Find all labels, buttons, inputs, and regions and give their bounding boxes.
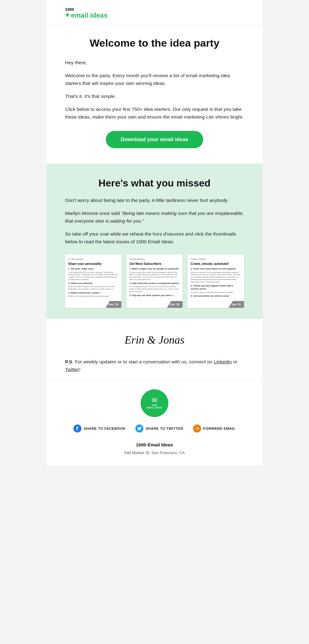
footer-logo-circle: ✉ 1000EMAIL IDEAS	[141, 389, 168, 417]
twitter-link[interactable]: Twitter	[65, 367, 79, 372]
social-share-row: SHARE TO FACEBOOK SHARE TO TWITTER FORWA…	[65, 424, 244, 433]
signature-section: Erin & Jonas P.S. For weekly updates or …	[47, 319, 262, 380]
signature-text: Erin & Jonas	[65, 331, 244, 349]
main-title: Welcome to the idea party	[65, 37, 244, 49]
forward-icon	[193, 424, 201, 433]
missed-section: Here's what you missed Don't worry about…	[47, 164, 262, 319]
email-wrapper: 1000 ✳ email ideas Welcome to the idea p…	[47, 0, 262, 466]
ps-text: P.S. For weekly updates or to start a co…	[65, 358, 244, 374]
thumb3-heading: Create, elevate, automate!	[191, 262, 241, 266]
logo-star: ✳	[65, 12, 70, 19]
request-text: Click below to access your first 750+ id…	[65, 105, 244, 121]
missed-title: Here's what you missed	[65, 177, 244, 189]
facebook-icon	[73, 424, 81, 433]
thumb2-badge: 35 Idea Starters	[130, 257, 180, 261]
thumb2-heading: Get More Subscribers	[130, 262, 180, 266]
missed-text1: Don't worry about being late to the part…	[65, 196, 244, 204]
missed-text2: Marilyn Monroe once said "Being late mea…	[65, 209, 244, 225]
linkedin-link[interactable]: LinkedIn	[214, 359, 232, 364]
logo-bottom-text: ✳ email ideas	[65, 12, 244, 19]
thumb1-heading: Share your personality	[68, 262, 118, 266]
forward-email[interactable]: FORWARD EMAIL	[193, 424, 236, 433]
facebook-label: SHARE TO FACEBOOK	[84, 426, 126, 431]
footer-address: 548 Market St, San Francisco, CA	[65, 450, 244, 456]
twitter-label: SHARE TO TWITTER	[146, 426, 183, 431]
thumbnail-jan23[interactable]: 13 Idea Starters Create, elevate, automa…	[187, 254, 244, 308]
main-content: Welcome to the idea party Hey there, Wel…	[47, 24, 262, 163]
thumb1-badge: 17 Idea Starters	[68, 257, 118, 261]
share-twitter[interactable]: SHARE TO TWITTER	[135, 424, 183, 433]
cta-wrapper: Download your email ideas	[65, 131, 244, 148]
thumbnail-nov22[interactable]: 17 Idea Starters Share your personality …	[65, 254, 122, 308]
footer-company-name: 1000 Email Ideas	[65, 441, 244, 449]
twitter-icon	[135, 424, 143, 433]
forward-label: FORWARD EMAIL	[203, 426, 236, 431]
ps-label: P.S	[65, 359, 72, 364]
missed-text3: So take off your coat while we reheat th…	[65, 230, 244, 246]
share-facebook[interactable]: SHARE TO FACEBOOK	[73, 424, 126, 433]
thumbnail-dec22[interactable]: 35 Idea Starters Get More Subscribers 1.…	[126, 254, 183, 308]
email-footer: ✉ 1000EMAIL IDEAS SHARE TO FACEBOOK SHAR…	[47, 380, 262, 466]
quote-prefix: Marilyn Monroe once said	[65, 211, 121, 216]
intro-text: Welcome to the party. Every month you'll…	[65, 72, 244, 87]
ps-mid: or	[232, 359, 237, 364]
email-header: 1000 ✳ email ideas	[47, 0, 262, 24]
download-button[interactable]: Download your email ideas	[106, 131, 203, 148]
logo-top-text: 1000	[65, 7, 244, 12]
thumbnail-row: 17 Idea Starters Share your personality …	[65, 254, 244, 308]
thumb3-badge: 13 Idea Starters	[191, 257, 241, 261]
logo: 1000 ✳ email ideas	[65, 7, 244, 19]
ps-pre: .	[72, 359, 75, 364]
ps-post: !	[79, 367, 80, 372]
greeting-text: Hey there,	[65, 59, 244, 67]
simple-text: That's it. It's that simple.	[65, 92, 244, 100]
footer-logo-text: 1000EMAIL IDEAS	[147, 404, 163, 409]
logo-main-text: email ideas	[71, 12, 108, 19]
footer-logo: ✉ 1000EMAIL IDEAS	[65, 389, 244, 417]
footer-envelope-icon: ✉	[152, 397, 157, 404]
ps-text-pre: For weekly updates or to start a convers…	[75, 359, 214, 364]
